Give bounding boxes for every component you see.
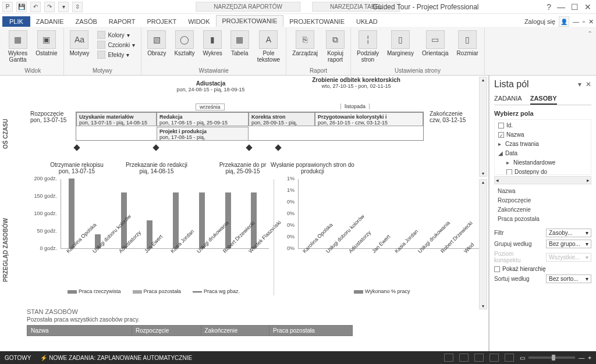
milestone-diamond-2 <box>152 144 159 151</box>
work-hours-chart[interactable]: Praca rzeczywista Praca pozostała Praca … <box>27 179 271 295</box>
outline-label: Poziom konspektu <box>494 251 529 263</box>
tab-task[interactable]: ZADANIE <box>30 16 70 27</box>
images-button[interactable]: ▧Obrazy <box>145 29 168 58</box>
tab-project[interactable]: PROJEKT <box>141 16 182 27</box>
status-newtasks[interactable]: ⚡ NOWE ZADANIA: ZAPLANOWANE AUTOMATYCZNI… <box>40 355 192 361</box>
milestone-1: Otrzymanie rękopisupon, 13-07-15 <box>42 162 112 174</box>
ribbon-group-label-page: Ustawienia strony <box>354 66 481 75</box>
effects-button[interactable]: Efekty ▾ <box>95 50 137 59</box>
save-icon[interactable]: 💾 <box>16 2 27 12</box>
pane-tab-resources[interactable]: ZASOBY <box>530 93 557 105</box>
user-icon[interactable]: 👤 <box>559 16 569 27</box>
undo-icon[interactable]: ↶ <box>30 2 41 12</box>
page-breaks-button[interactable]: ╎Podziały stron <box>354 29 381 64</box>
group-label: Grupuj według <box>494 241 531 247</box>
title-bar: P 💾 ↶ ↷ ▾ ⇳ NARZĘDZIA RAPORTÓW NARZĘDZIA… <box>0 0 596 14</box>
ribbon-group-page-setup: ╎Podziały stron ▯Marginesy ▭Orientacja ▯… <box>351 28 485 75</box>
themes-button[interactable]: AaMotywy <box>68 29 92 58</box>
tab-design-2[interactable]: PROJEKTOWANIE <box>283 16 350 27</box>
ribbon-restore-icon[interactable]: ▫ <box>583 18 585 25</box>
report-scroll-v[interactable]: ▴▾ <box>479 179 487 309</box>
tab-resource[interactable]: ZASÓB <box>70 16 103 27</box>
sign-in-link[interactable]: Zaloguj się <box>524 18 555 25</box>
timeline-bar-container[interactable]: Uzyskanie materiałówpon, 13-07-15 - pią,… <box>76 112 424 141</box>
maximize-icon[interactable]: ☐ <box>571 2 579 12</box>
gantt-chart-button[interactable]: ▦Wykres Gantta <box>6 29 30 64</box>
tab-file[interactable]: PLIK <box>2 16 30 27</box>
sort-label: Sortuj według <box>494 276 530 282</box>
tab-report[interactable]: RAPORT <box>103 16 141 27</box>
textbox-button[interactable]: APole tekstowe <box>255 29 282 64</box>
copy-icon: ⧉ <box>326 30 345 49</box>
orientation-icon: ▭ <box>426 30 445 49</box>
ribbon-close-icon[interactable]: ✕ <box>588 18 594 26</box>
percent-complete-chart[interactable]: Wykonano % pracy 0%0%0%0%0%1%1%Karolina … <box>278 179 485 295</box>
view-team-planner-icon[interactable] <box>474 354 484 362</box>
close-icon[interactable]: ✕ <box>584 2 591 12</box>
chart-legend-left: Praca rzeczywista Praca pozostała Praca … <box>68 288 240 294</box>
status-bar: GOTOWY ⚡ NOWE ZADANIA: ZAPLANOWANE AUTOM… <box>0 351 596 364</box>
pane-tab-tasks[interactable]: ZADANIA <box>494 93 522 105</box>
help-icon[interactable]: ? <box>547 2 551 12</box>
chart-icon: ▮ <box>203 30 222 49</box>
show-hierarchy-check[interactable]: Pokaż hierarchię <box>494 266 591 272</box>
app-icon[interactable]: P <box>2 2 13 12</box>
zoom-slider[interactable]: ▭—+ <box>520 355 591 361</box>
filter-select[interactable]: Zasoby...▾ <box>546 229 591 237</box>
qat-dropdown-icon[interactable]: ▾ <box>58 2 69 12</box>
view-report-icon[interactable] <box>505 354 514 362</box>
outline-select: Wszystkie...▾ <box>546 253 591 262</box>
colors-button[interactable]: Kolory ▾ <box>95 30 137 40</box>
manage-icon: ⎘ <box>296 30 314 49</box>
recent-button[interactable]: ▣Ostatnie <box>33 29 59 58</box>
table-button[interactable]: ▦Tabela <box>228 29 251 58</box>
col-name[interactable]: Nazwa <box>27 326 132 336</box>
pane-menu-icon[interactable]: ▾ <box>578 80 581 88</box>
tab-layout[interactable]: UKŁAD <box>350 16 384 27</box>
window-title: Guided Tour - Project Professional <box>372 3 479 11</box>
task-przygotowanie[interactable]: Przygotowanie kolorystyki ipon, 26-10-15… <box>315 112 423 126</box>
chart-divider <box>274 179 274 295</box>
tree-scroll-h[interactable]: ◂▸ <box>494 176 591 184</box>
ribbon-minimize-icon[interactable]: — <box>573 18 579 25</box>
copy-report-button[interactable]: ⧉Kopiuj raport <box>324 29 347 64</box>
view-task-usage-icon[interactable] <box>459 354 469 362</box>
view-resource-sheet-icon[interactable] <box>489 354 499 362</box>
chevron-down-icon: ▾ <box>586 276 588 282</box>
shapes-button[interactable]: ◯Kształty <box>172 29 197 58</box>
size-button[interactable]: ▯Rozmiar <box>455 29 481 58</box>
task-uzyskanie[interactable]: Uzyskanie materiałówpon, 13-07-15 - pią,… <box>76 112 157 126</box>
tab-view[interactable]: WIDOK <box>182 16 215 27</box>
sort-select[interactable]: Bez sorto...▾ <box>546 274 591 283</box>
fonts-button[interactable]: Czcionki ▾ <box>95 40 137 49</box>
col-end[interactable]: Zakończenie <box>201 326 269 336</box>
tab-design-1[interactable]: PROJEKTOWANIE <box>216 15 284 27</box>
redo-icon[interactable]: ↷ <box>44 2 55 12</box>
timeline-scroll-v[interactable]: ▴▾ <box>479 77 487 177</box>
pane-close-icon[interactable]: ✕ <box>586 80 591 88</box>
task-korekta[interactable]: Korekta stronpon, 28-09-15 - pią, <box>249 112 315 126</box>
quick-access-toolbar: P 💾 ↶ ↷ ▾ ⇳ <box>2 2 83 12</box>
task-projekt[interactable]: Projekt i produkcjapon, 17-08-15 - pią, <box>157 127 249 141</box>
margins-button[interactable]: ▯Marginesy <box>385 29 416 58</box>
minimize-icon[interactable]: — <box>557 2 565 12</box>
view-gantt-icon[interactable] <box>444 354 453 362</box>
orientation-button[interactable]: ▭Orientacja <box>420 29 451 58</box>
selected-fields-list[interactable]: NazwaRozpoczęcieZakończeniePraca pozosta… <box>494 187 591 224</box>
collapse-ribbon-icon[interactable]: ˆ <box>586 28 594 75</box>
col-remaining[interactable]: Praca pozostała <box>269 326 353 336</box>
sort-row: Sortuj według Bez sorto...▾ <box>494 274 591 283</box>
colors-icon <box>97 31 105 39</box>
resource-status-table[interactable]: Nazwa Rozpoczęcie Zakończenie Praca pozo… <box>27 325 353 336</box>
ribbon-tabs: PLIK ZADANIE ZASÓB RAPORT PROJEKT WIDOK … <box>0 14 596 27</box>
touch-mode-icon[interactable]: ⇳ <box>72 2 83 12</box>
field-tree[interactable]: Id.Nazwa▸Czas trwania◢Data▸Niestandardow… <box>494 119 591 175</box>
task-redakcja[interactable]: Redakcjapon, 17-08-15 - pią, 25-09-15 <box>157 112 249 126</box>
manage-button[interactable]: ⎘Zarządzaj <box>290 29 320 58</box>
group-select[interactable]: Bez grupo...▾ <box>546 240 591 248</box>
col-start[interactable]: Rozpoczęcie <box>132 326 201 336</box>
contextual-tab-reports: NARZĘDZIA RAPORTÓW <box>196 2 300 12</box>
filter-label: Filtr <box>494 230 504 236</box>
chart-button[interactable]: ▮Wykres <box>200 29 224 58</box>
milestone-diamond-1 <box>73 144 80 151</box>
